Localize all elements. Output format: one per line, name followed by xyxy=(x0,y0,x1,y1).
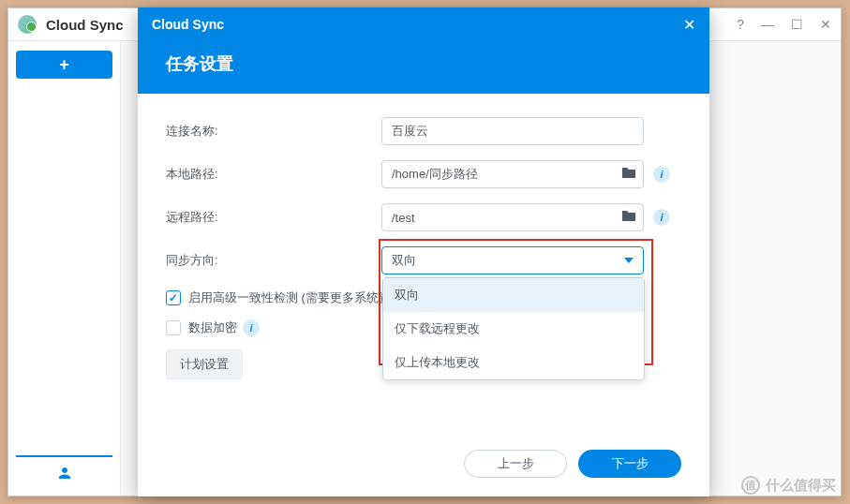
sync-direction-selected: 双向 xyxy=(392,252,416,269)
dropdown-option-download-only[interactable]: 仅下载远程更改 xyxy=(383,312,644,346)
advanced-check-checkbox[interactable]: ✓ xyxy=(166,290,181,305)
sync-direction-dropdown: 双向 仅下载远程更改 仅上传本地更改 xyxy=(382,277,645,380)
connection-name-row: 连接名称: xyxy=(166,117,681,145)
modal-body: 连接名称: 本地路径: i 远程路径: xyxy=(138,94,709,436)
remote-path-label: 远程路径: xyxy=(166,209,381,226)
sync-direction-select[interactable]: 双向 双向 仅下载远程更改 仅上传本地更改 xyxy=(381,246,644,274)
sidebar-footer xyxy=(16,455,112,486)
dropdown-option-upload-only[interactable]: 仅上传本地更改 xyxy=(383,346,644,379)
schedule-button[interactable]: 计划设置 xyxy=(166,349,243,379)
modal-titlebar: Cloud Sync ✕ xyxy=(138,7,709,41)
user-icon[interactable] xyxy=(56,465,73,486)
encryption-label: 数据加密 xyxy=(188,319,237,336)
chevron-down-icon xyxy=(624,258,634,263)
modal-header-title: 任务设置 xyxy=(166,52,681,75)
encryption-info-icon[interactable]: i xyxy=(243,319,260,336)
dropdown-option-bidirectional[interactable]: 双向 xyxy=(383,278,644,312)
local-path-label: 本地路径: xyxy=(166,166,381,183)
modal-header: 任务设置 xyxy=(138,41,709,94)
local-path-browse-icon[interactable] xyxy=(621,166,636,179)
next-button[interactable]: 下一步 xyxy=(578,450,681,478)
back-button[interactable]: 上一步 xyxy=(464,450,567,478)
remote-path-browse-icon[interactable] xyxy=(621,209,636,222)
connection-name-input[interactable] xyxy=(381,117,644,145)
minimize-button[interactable]: — xyxy=(761,17,774,32)
local-path-row: 本地路径: i xyxy=(166,160,681,188)
remote-path-row: 远程路径: i xyxy=(166,203,681,231)
encryption-checkbox[interactable] xyxy=(166,320,181,335)
sync-direction-label: 同步方向: xyxy=(166,252,381,269)
remote-path-info-icon[interactable]: i xyxy=(653,209,670,226)
modal-titlebar-title: Cloud Sync xyxy=(152,17,224,32)
modal-close-button[interactable]: ✕ xyxy=(683,16,695,34)
local-path-input[interactable] xyxy=(381,160,644,188)
close-button[interactable]: ✕ xyxy=(820,17,831,32)
task-settings-modal: Cloud Sync ✕ 任务设置 连接名称: 本地路径: i xyxy=(138,7,709,497)
modal-footer: 上一步 下一步 xyxy=(138,436,709,497)
remote-path-input[interactable] xyxy=(381,203,644,231)
connection-name-label: 连接名称: xyxy=(166,123,381,140)
titlebar-controls: ? — ☐ ✕ xyxy=(737,17,831,32)
add-button[interactable]: + xyxy=(16,51,112,79)
app-logo-icon xyxy=(18,15,37,34)
check-icon: ✓ xyxy=(169,291,178,304)
local-path-info-icon[interactable]: i xyxy=(653,166,670,183)
app-title: Cloud Sync xyxy=(46,17,124,33)
sidebar: + xyxy=(8,41,121,496)
maximize-button[interactable]: ☐ xyxy=(791,17,803,32)
sync-direction-row: 同步方向: 双向 双向 仅下载远程更改 仅上传本地更改 xyxy=(166,246,681,274)
help-button[interactable]: ? xyxy=(737,17,744,32)
